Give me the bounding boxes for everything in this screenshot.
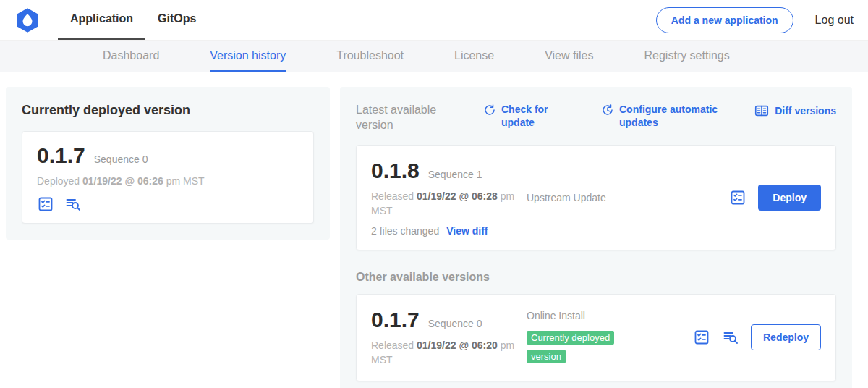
files-changed-count: 2 files changed <box>371 225 439 237</box>
check-for-update-link[interactable]: Check for update <box>483 103 558 129</box>
tab-application[interactable]: Application <box>58 0 145 40</box>
latest-release-info: 0.1.8 Sequence 1 Released 01/19/22 @ 06:… <box>371 159 527 237</box>
latest-available-title: Latest available version <box>356 103 464 133</box>
subnav-item-license[interactable]: License <box>454 41 494 72</box>
latest-released-timestamp: Released 01/19/22 @ 06:28 pm MST <box>371 189 516 219</box>
files-changed-row: 2 files changed View diff <box>371 225 527 237</box>
latest-version-number: 0.1.8 <box>371 159 420 183</box>
deployed-version-number: 0.1.7 <box>37 143 85 168</box>
deploy-button[interactable]: Deploy <box>758 185 821 211</box>
subnav-item-dashboard[interactable]: Dashboard <box>103 41 159 72</box>
tab-gitops-label: GitOps <box>158 12 196 25</box>
view-logs-icon[interactable] <box>722 329 739 346</box>
other-released-timestamp: Released 01/19/22 @ 06:20 pm MST <box>371 338 516 368</box>
latest-release-card: 0.1.8 Sequence 1 Released 01/19/22 @ 06:… <box>356 145 836 251</box>
latest-release-actions: Deploy <box>729 185 821 211</box>
other-release-info: 0.1.7 Sequence 0 Released 01/19/22 @ 06:… <box>371 308 527 368</box>
deployed-version-card: 0.1.7 Sequence 0 Deployed 01/19/22 @ 06:… <box>22 131 314 224</box>
currently-deployed-title: Currently deployed version <box>22 103 314 118</box>
deployed-timestamp: Deployed 01/19/22 @ 06:26 pm MST <box>37 175 299 187</box>
other-release-source: Online Install Currently deployed versio… <box>527 310 693 365</box>
configure-automatic-updates-link[interactable]: Configure automatic updates <box>601 103 720 129</box>
top-navbar: Application GitOps Add a new application… <box>0 0 868 41</box>
deployed-sequence: Sequence 0 <box>94 153 148 165</box>
diff-icon <box>754 103 770 119</box>
diff-versions-link[interactable]: Diff versions <box>754 104 836 119</box>
latest-sequence: Sequence 1 <box>428 169 482 180</box>
other-version-number: 0.1.7 <box>371 308 420 332</box>
navbar-right: Add a new application Log out <box>656 0 854 40</box>
logout-link[interactable]: Log out <box>815 14 854 27</box>
deployed-actions <box>37 195 299 213</box>
app-logo-icon[interactable] <box>14 7 41 33</box>
view-logs-icon[interactable] <box>64 195 82 213</box>
status-badge-wrap: Currently deployed version <box>527 328 628 365</box>
redeploy-button[interactable]: Redeploy <box>751 324 821 350</box>
release-notes-icon[interactable] <box>693 329 710 346</box>
subnav-item-view-files[interactable]: View files <box>545 41 593 72</box>
currently-deployed-panel: Currently deployed version 0.1.7 Sequenc… <box>6 87 330 240</box>
main-content: Currently deployed version 0.1.7 Sequenc… <box>0 72 868 388</box>
tab-gitops[interactable]: GitOps <box>145 0 208 40</box>
clock-refresh-icon <box>601 104 614 117</box>
subnav-item-troubleshoot[interactable]: Troubleshoot <box>336 41 404 72</box>
refresh-icon <box>483 104 496 117</box>
app-subnav: Dashboard Version history Troubleshoot L… <box>0 41 868 72</box>
latest-release-source: Upstream Update <box>527 191 729 204</box>
deployed-version-row: 0.1.7 Sequence 0 <box>37 143 299 168</box>
install-type-label: Online Install <box>527 310 693 321</box>
currently-deployed-badge: Currently deployed version <box>527 331 614 363</box>
other-release-card: 0.1.7 Sequence 0 Released 01/19/22 @ 06:… <box>356 294 836 381</box>
subnav-item-version-history[interactable]: Version history <box>210 41 286 72</box>
available-versions-header: Latest available version Check for updat… <box>356 103 836 133</box>
add-new-application-button[interactable]: Add a new application <box>656 7 793 33</box>
release-notes-icon[interactable] <box>37 195 54 213</box>
other-available-versions-title: Other available versions <box>356 271 836 284</box>
primary-nav: Application GitOps <box>58 0 208 40</box>
view-diff-link[interactable]: View diff <box>446 225 488 237</box>
subnav-item-registry-settings[interactable]: Registry settings <box>644 41 729 72</box>
release-notes-icon[interactable] <box>729 189 746 206</box>
tab-application-label: Application <box>70 12 133 25</box>
available-versions-panel: Latest available version Check for updat… <box>340 87 852 388</box>
other-release-actions: Redeploy <box>693 324 821 350</box>
other-sequence: Sequence 0 <box>428 318 482 329</box>
